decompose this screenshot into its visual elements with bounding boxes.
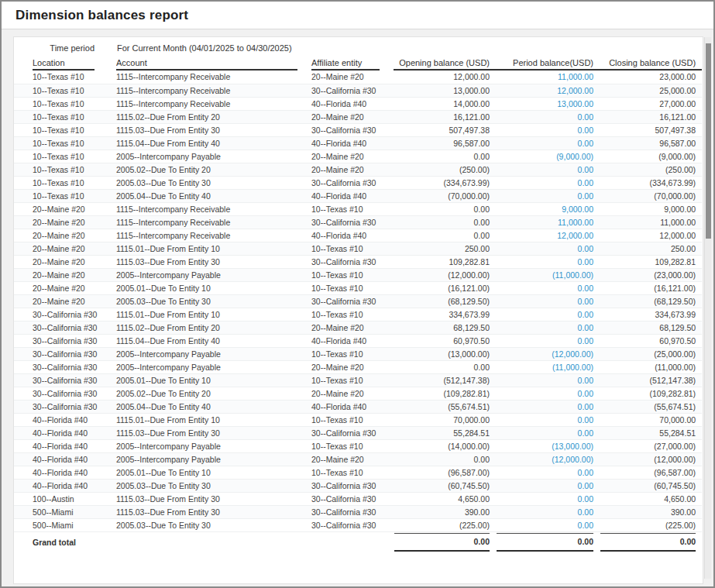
- period-balance-cell: (11,000.00): [496, 360, 600, 373]
- period-balance-link[interactable]: 0.00: [578, 165, 593, 174]
- affiliate-entity-cell: 40--Florida #40: [311, 97, 394, 110]
- location-cell: 40--Florida #40: [14, 452, 116, 466]
- opening-balance-cell: (334,673.99): [394, 176, 496, 189]
- opening-balance-cell: 0.00: [394, 452, 496, 466]
- period-balance-link[interactable]: 0.00: [578, 521, 593, 530]
- period-balance-cell: 0.00: [496, 163, 600, 176]
- account-cell: 1115.03--Due From Entity 30: [116, 426, 311, 439]
- opening-balance-cell: (250.00): [394, 163, 496, 176]
- period-balance-link[interactable]: 0.00: [578, 468, 593, 477]
- period-balance-cell: 0.00: [496, 242, 600, 255]
- table-row: 10--Texas #101115.03--Due From Entity 30…: [14, 123, 702, 136]
- period-balance-link[interactable]: 0.00: [578, 415, 593, 425]
- affiliate-entity-cell: 40--Florida #40: [311, 229, 394, 242]
- period-balance-link[interactable]: 0.00: [578, 507, 593, 517]
- period-balance-link[interactable]: 12,000.00: [557, 86, 593, 95]
- period-balance-link[interactable]: 0.00: [578, 428, 593, 438]
- account-cell: 1115.04--Due From Entity 40: [116, 136, 311, 150]
- affiliate-entity-cell: 10--Texas #10: [311, 347, 394, 360]
- account-cell: 2005--Intercompany Payable: [116, 268, 311, 281]
- period-balance-link[interactable]: 11,000.00: [558, 218, 593, 227]
- period-balance-link[interactable]: 0.00: [578, 402, 593, 411]
- table-row: 20--Maine #202005.01--Due To Entity 1010…: [14, 281, 702, 294]
- period-balance-link[interactable]: 9,000.00: [562, 205, 593, 214]
- table-row: 30--California #302005.04--Due To Entity…: [14, 400, 702, 413]
- period-balance-link[interactable]: 0.00: [578, 139, 593, 148]
- account-cell: 2005.03--Due To Entity 30: [116, 479, 311, 492]
- period-balance-link[interactable]: 0.00: [578, 191, 593, 201]
- opening-balance-cell: (70,000.00): [394, 189, 496, 202]
- period-balance-link[interactable]: 0.00: [578, 389, 593, 398]
- time-period-row: Time period For Current Month (04/01/202…: [14, 40, 702, 56]
- closing-balance-cell: 12,000.00: [600, 229, 702, 242]
- period-balance-link[interactable]: 11,000.00: [558, 72, 593, 81]
- opening-balance-cell: 14,000.00: [394, 97, 496, 110]
- period-balance-link[interactable]: (9,000.00): [556, 152, 593, 161]
- account-cell: 1115.03--Due From Entity 30: [116, 505, 311, 518]
- period-balance-link[interactable]: 0.00: [578, 323, 593, 332]
- period-balance-cell: 0.00: [496, 308, 600, 321]
- period-balance-link[interactable]: 0.00: [578, 112, 593, 122]
- period-balance-cell: 0.00: [496, 492, 600, 505]
- period-balance-link[interactable]: (12,000.00): [552, 455, 593, 464]
- account-cell: 2005.01--Due To Entity 10: [116, 466, 311, 479]
- affiliate-entity-cell: 30--California #30: [311, 84, 394, 97]
- period-balance-link[interactable]: 0.00: [578, 310, 593, 319]
- period-balance-link[interactable]: 0.00: [578, 494, 593, 504]
- period-balance-link[interactable]: 13,000.00: [557, 99, 593, 108]
- period-balance-link[interactable]: 0.00: [578, 178, 593, 187]
- scrollbar-thumb[interactable]: [706, 43, 711, 239]
- period-balance-cell: 0.00: [496, 413, 600, 426]
- affiliate-entity-cell: 20--Maine #20: [311, 110, 394, 123]
- period-balance-link[interactable]: 0.00: [578, 244, 593, 253]
- location-cell: 20--Maine #20: [14, 242, 116, 255]
- period-balance-link[interactable]: 0.00: [578, 481, 593, 490]
- affiliate-entity-cell: 20--Maine #20: [311, 452, 394, 466]
- period-balance-cell: 0.00: [496, 294, 600, 308]
- account-cell: 2005.04--Due To Entity 40: [116, 189, 311, 202]
- affiliate-entity-cell: 30--California #30: [311, 492, 394, 505]
- table-row: 10--Texas #102005--Intercompany Payable2…: [14, 150, 702, 163]
- table-row: 30--California #302005--Intercompany Pay…: [14, 360, 702, 373]
- table-row: 40--Florida #401115.03--Due From Entity …: [14, 426, 702, 439]
- location-cell: 20--Maine #20: [14, 215, 116, 229]
- location-cell: 10--Texas #10: [14, 150, 116, 163]
- title-bar: Dimension balances report: [2, 2, 713, 29]
- table-row: 20--Maine #201115--Intercompany Receivab…: [14, 215, 702, 229]
- period-balance-link[interactable]: 0.00: [578, 126, 593, 135]
- table-row: 20--Maine #201115--Intercompany Receivab…: [14, 202, 702, 215]
- period-balance-link[interactable]: 0.00: [578, 297, 593, 306]
- location-cell: 30--California #30: [14, 400, 116, 413]
- location-cell: 20--Maine #20: [14, 255, 116, 268]
- opening-balance-cell: 109,282.81: [394, 255, 496, 268]
- time-period-value: For Current Month (04/01/2025 to 04/30/2…: [116, 40, 702, 56]
- period-balance-link[interactable]: (11,000.00): [552, 363, 593, 372]
- location-cell: 40--Florida #40: [14, 466, 116, 479]
- period-balance-link[interactable]: 0.00: [578, 284, 593, 293]
- vertical-scrollbar[interactable]: [704, 37, 711, 579]
- period-balance-cell: 0.00: [496, 387, 600, 400]
- table-row: 20--Maine #201115.03--Due From Entity 30…: [14, 255, 702, 268]
- account-cell: 2005.04--Due To Entity 40: [116, 400, 311, 413]
- column-header-closing-balance: Closing balance (USD): [600, 56, 702, 70]
- period-balance-cell: 0.00: [496, 334, 600, 347]
- period-balance-link[interactable]: (13,000.00): [552, 442, 593, 451]
- account-cell: 1115.03--Due From Entity 30: [116, 255, 311, 268]
- opening-balance-cell: 390.00: [394, 505, 496, 518]
- location-cell: 100--Austin: [14, 492, 116, 505]
- period-balance-link[interactable]: (11,000.00): [552, 270, 593, 280]
- account-cell: 2005.02--Due To Entity 20: [116, 387, 311, 400]
- period-balance-link[interactable]: 0.00: [578, 257, 593, 266]
- period-balance-link[interactable]: 0.00: [578, 376, 593, 385]
- period-balance-link[interactable]: 0.00: [578, 336, 593, 346]
- opening-balance-cell: 0.00: [394, 202, 496, 215]
- location-cell: 10--Texas #10: [14, 123, 116, 136]
- account-cell: 1115.01--Due From Entity 10: [116, 242, 311, 255]
- opening-balance-cell: 4,650.00: [394, 492, 496, 505]
- period-balance-link[interactable]: (12,000.00): [552, 349, 593, 359]
- period-balance-cell: 0.00: [496, 426, 600, 439]
- table-row: 10--Texas #102005.02--Due To Entity 2020…: [14, 163, 702, 176]
- closing-balance-cell: (250.00): [600, 163, 702, 176]
- period-balance-link[interactable]: 12,000.00: [557, 231, 593, 240]
- table-row: 10--Texas #101115.04--Due From Entity 40…: [14, 136, 702, 150]
